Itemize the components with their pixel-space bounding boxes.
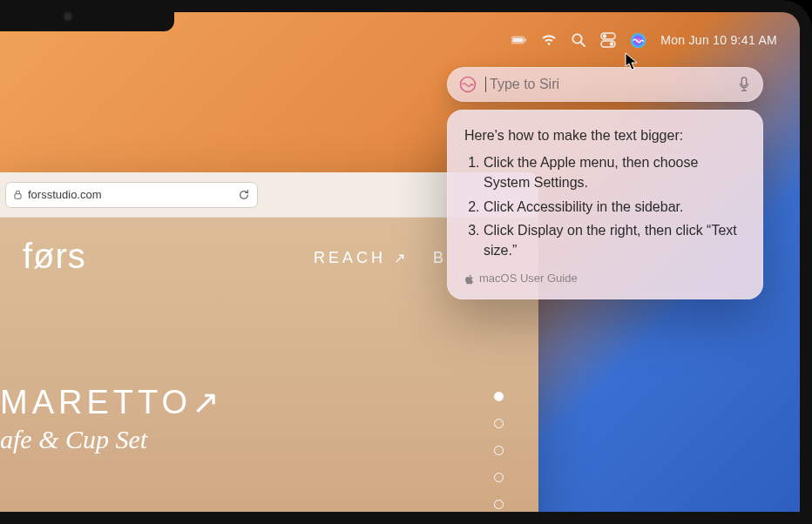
carousel-dot[interactable] [494,392,504,401]
svg-rect-1 [512,37,523,42]
nav-link-b[interactable]: B [433,249,447,267]
carousel-dot[interactable] [494,446,504,455]
lock-icon [13,190,23,199]
site-nav: REACH ↗ B [314,249,447,267]
siri-logo-icon [459,76,477,93]
svg-line-4 [581,43,585,47]
safari-url: forsstudio.com [28,188,102,201]
carousel-dot[interactable] [494,419,504,428]
svg-rect-11 [741,77,746,86]
carousel-dot[interactable] [494,500,504,509]
siri-response-card: Here's how to make the text bigger: Clic… [447,110,763,299]
microphone-icon[interactable] [737,77,751,92]
apple-logo-icon [464,274,474,285]
siri-step: Click Display on the right, then click “… [484,220,746,260]
control-center-icon[interactable] [600,32,616,48]
svg-point-8 [610,42,613,45]
svg-rect-12 [15,194,21,199]
spotlight-search-icon[interactable] [571,32,586,48]
camera-icon [63,11,73,22]
siri-steps-list: Click the Apple menu, then choose System… [464,152,746,260]
siri-placeholder: Type to Siri [485,77,559,92]
siri-response-heading: Here's how to make the text bigger: [464,125,746,145]
siri-step: Click Accessibility in the sidebar. [484,197,746,217]
mouse-cursor [625,52,639,71]
safari-address-bar[interactable]: forsstudio.com [5,182,258,208]
menu-bar-clock[interactable]: Mon Jun 10 9:41 AM [660,33,777,47]
siri-step: Click the Apple menu, then choose System… [484,152,746,192]
nav-link-reach[interactable]: REACH ↗ [314,249,409,267]
product-subtitle: afe & Cup Set [0,425,147,454]
siri-icon[interactable] [630,32,646,49]
product-title[interactable]: MARETTO↗ [0,383,224,421]
desktop-wallpaper: Mon Jun 10 9:41 AM Type to Siri Here's h… [0,0,812,524]
refresh-icon[interactable] [238,189,250,201]
site-brand[interactable]: førs [23,237,86,276]
svg-rect-2 [525,38,526,41]
siri-type-input[interactable]: Type to Siri [447,67,763,102]
svg-point-6 [603,34,606,37]
battery-icon[interactable] [511,32,527,48]
carousel-dot[interactable] [494,473,504,482]
carousel-dots [494,392,504,509]
display-notch [0,0,174,31]
siri-source[interactable]: macOS User Guide [464,271,746,287]
siri-source-label: macOS User Guide [479,271,578,287]
wifi-icon[interactable] [541,32,557,48]
